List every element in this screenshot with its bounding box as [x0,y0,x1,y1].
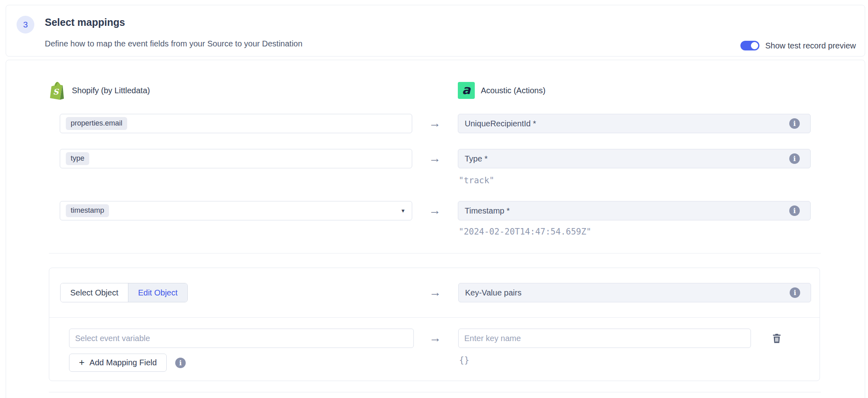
destination-field-label: UniqueRecipientId * [465,119,536,128]
object-mapping-panel: Select Object Edit Object → Key-Value pa… [49,268,820,381]
destination-name: Acoustic (Actions) [481,86,545,95]
shopify-icon: S [49,81,66,100]
page-subtitle: Define how to map the event fields from … [45,39,302,48]
info-icon[interactable]: i [789,205,800,216]
arrow-right-icon: → [425,201,445,220]
info-icon[interactable]: i [790,287,800,298]
source-name: Shopify (by Littledata) [72,86,150,95]
toggle-knob [751,42,758,49]
info-icon[interactable]: i [789,118,800,129]
add-mapping-field-button[interactable]: + Add Mapping Field [69,354,167,372]
toggle-label: Show test record preview [765,41,856,50]
source-field-tag[interactable]: timestamp [66,204,109,217]
bottom-divider [49,392,821,392]
object-mode-segmented-control: Select Object Edit Object [60,283,188,302]
section-divider [49,253,821,253]
arrow-right-icon: → [425,114,445,133]
add-mapping-field-label: Add Mapping Field [90,358,157,367]
test-record-preview-value: "track" [459,176,495,185]
acoustic-icon: a [458,82,475,99]
tab-select-object[interactable]: Select Object [61,283,128,302]
object-preview-value: {} [459,355,469,365]
destination-header: a Acoustic (Actions) [458,82,545,99]
source-field-input-email[interactable]: properties.email [60,114,412,133]
chevron-down-icon[interactable]: ▾ [401,207,405,214]
destination-field-unique-recipient-id: UniqueRecipientId * i [458,114,811,133]
show-test-record-toggle[interactable] [740,41,759,50]
arrow-right-icon: → [425,283,445,302]
destination-field-timestamp: Timestamp * i [458,201,811,220]
trash-icon [771,333,782,344]
tab-edit-object[interactable]: Edit Object [128,283,187,302]
plus-icon: + [79,358,85,367]
test-record-preview-value: "2024-02-20T14:47:54.659Z" [459,227,591,237]
svg-text:S: S [53,87,59,96]
info-icon[interactable]: i [175,358,186,368]
destination-field-label: Type * [465,154,488,163]
destination-field-label: Timestamp * [465,206,510,216]
source-field-input-type[interactable]: type [60,149,412,168]
destination-field-key-value-pairs: Key-Value pairs i [458,283,811,302]
step-number-badge: 3 [17,16,34,34]
page-title: Select mappings [45,17,125,28]
test-record-toggle-group: Show test record preview [740,41,856,50]
arrow-right-icon: → [425,149,445,168]
delete-row-button[interactable] [771,333,782,344]
info-icon[interactable]: i [789,153,800,164]
source-field-input-timestamp[interactable]: timestamp ▾ [60,201,412,220]
arrow-right-icon: → [425,329,445,348]
source-header: S Shopify (by Littledata) [49,81,150,100]
panel-divider [49,317,820,318]
mappings-card: S Shopify (by Littledata) a Acoustic (Ac… [6,60,865,398]
step-header-card: 3 Select mappings Define how to map the … [6,5,865,57]
key-name-input[interactable] [458,329,751,348]
event-variable-input[interactable] [69,329,414,348]
source-field-tag[interactable]: type [66,152,89,165]
destination-field-label: Key-Value pairs [465,288,522,297]
source-field-tag[interactable]: properties.email [66,117,127,130]
destination-field-type: Type * i [458,149,811,168]
